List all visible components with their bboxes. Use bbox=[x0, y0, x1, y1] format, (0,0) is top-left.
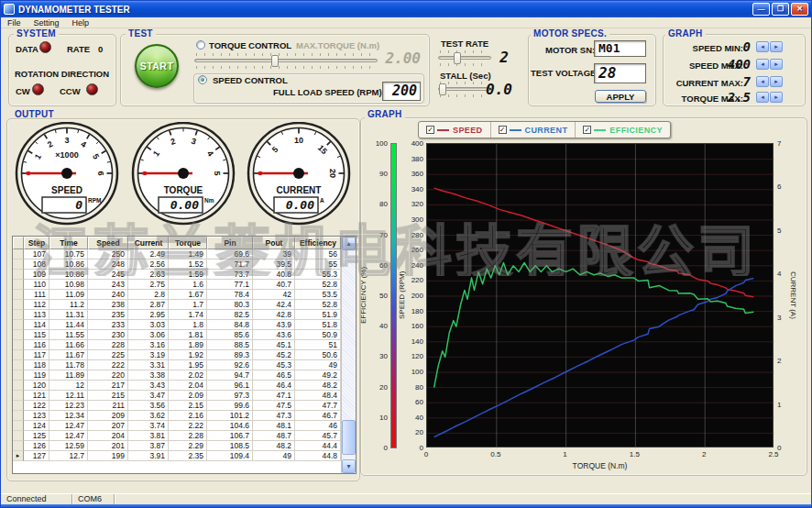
table-row[interactable]: 12112.112153.472.0997.347.148.4 bbox=[13, 391, 341, 401]
menu-setting[interactable]: Setting bbox=[27, 17, 66, 28]
spin-left-icon[interactable]: ◂ bbox=[756, 59, 769, 70]
menu-file[interactable]: File bbox=[1, 17, 27, 28]
row-selector[interactable] bbox=[13, 260, 24, 270]
axis-tick: 1 bbox=[555, 450, 576, 458]
table-cell: 109.4 bbox=[207, 451, 253, 461]
row-selector[interactable] bbox=[13, 411, 24, 421]
full-load-speed-field[interactable]: 200 bbox=[382, 82, 421, 101]
efficiency-checkbox[interactable]: ✓ bbox=[583, 126, 591, 134]
row-selector[interactable] bbox=[13, 431, 24, 441]
motor-sn-field[interactable]: M01 bbox=[594, 40, 646, 57]
row-selector[interactable] bbox=[13, 391, 24, 401]
scroll-down-icon[interactable]: ▼ bbox=[342, 459, 356, 473]
table-row[interactable]: 11211.22382.871.780.342.452.8 bbox=[13, 300, 341, 310]
close-button[interactable]: ✕ bbox=[791, 3, 808, 16]
row-selector[interactable] bbox=[13, 421, 24, 431]
speed-max-spinner[interactable]: ◂ ▸ bbox=[756, 59, 783, 70]
table-cell: 11.89 bbox=[49, 370, 88, 381]
start-button[interactable]: START bbox=[135, 44, 179, 88]
row-selector[interactable] bbox=[13, 300, 24, 310]
table-cell: 47.5 bbox=[253, 401, 295, 411]
table-row[interactable]: 11711.672253.191.9289.345.250.6 bbox=[13, 350, 341, 360]
title-bar[interactable]: DYNAMOMETER TESTER — ❐ ✕ bbox=[1, 1, 811, 17]
speed-min-spinner[interactable]: ◂ ▸ bbox=[756, 41, 783, 52]
table-row[interactable]: 11411.442333.031.884.843.951.8 bbox=[13, 320, 341, 330]
spin-left-icon[interactable]: ◂ bbox=[756, 76, 769, 87]
restore-button[interactable]: ❐ bbox=[772, 3, 789, 16]
row-selector[interactable] bbox=[13, 340, 24, 350]
scrollbar-thumb[interactable] bbox=[342, 420, 356, 455]
svg-text:6: 6 bbox=[96, 171, 105, 175]
table-row[interactable]: 11511.552303.061.8185.643.650.9 bbox=[13, 330, 341, 340]
table-cell: 40.7 bbox=[253, 280, 295, 290]
table-row[interactable]: 12312.342093.622.16101.247.346.7 bbox=[13, 411, 341, 421]
table-row[interactable]: 11311.312352.951.7482.542.851.9 bbox=[13, 310, 341, 320]
table-row[interactable]: ▸12712.71993.912.35109.44944.8 bbox=[13, 451, 341, 461]
scroll-up-icon[interactable]: ▲ bbox=[342, 237, 356, 250]
menu-help[interactable]: Help bbox=[66, 17, 96, 28]
minimize-button[interactable]: — bbox=[752, 3, 770, 16]
row-selector[interactable] bbox=[13, 401, 24, 411]
test-voltage-field[interactable]: 28 bbox=[594, 63, 646, 83]
table-row[interactable]: 10910.862452.631.5973.740.855.3 bbox=[13, 270, 341, 280]
row-selector[interactable] bbox=[13, 249, 24, 260]
apply-button[interactable]: APPLY bbox=[595, 90, 646, 103]
row-selector[interactable] bbox=[13, 441, 24, 451]
speed-checkbox[interactable]: ✓ bbox=[426, 126, 434, 134]
table-row[interactable]: 11811.782223.311.9592.645.349 bbox=[13, 360, 341, 370]
legend-item-speed: ✓ SPEED bbox=[419, 122, 491, 138]
table-row[interactable]: 11911.892203.382.0294.746.549.2 bbox=[13, 370, 341, 381]
row-selector[interactable] bbox=[13, 360, 24, 370]
row-selector[interactable] bbox=[13, 310, 24, 320]
spin-left-icon[interactable]: ◂ bbox=[756, 41, 769, 52]
row-selector[interactable] bbox=[13, 381, 24, 391]
table-row[interactable]: 12512.472043.812.28106.748.745.7 bbox=[13, 431, 341, 441]
spin-right-icon[interactable]: ▸ bbox=[770, 76, 783, 87]
column-header-pout[interactable]: Pout bbox=[253, 237, 295, 249]
table-row[interactable]: 12412.472073.742.22104.648.146 bbox=[13, 421, 341, 431]
current-checkbox[interactable]: ✓ bbox=[499, 126, 507, 134]
column-header-step[interactable]: Step bbox=[24, 237, 49, 249]
column-header-efficiency[interactable]: Efficiency bbox=[295, 237, 341, 249]
svg-text:10: 10 bbox=[294, 136, 303, 145]
torque-max-spinner[interactable]: ◂ ▸ bbox=[756, 92, 783, 103]
table-cell: 11.44 bbox=[49, 320, 88, 330]
table-row[interactable]: 12212.232113.562.1599.647.547.7 bbox=[13, 401, 341, 411]
row-selector[interactable] bbox=[13, 320, 24, 330]
column-header-speed[interactable]: Speed bbox=[88, 237, 128, 249]
column-header-pin[interactable]: Pin bbox=[207, 237, 253, 249]
axis-tick: 80 bbox=[367, 200, 388, 208]
table-cell: 43.9 bbox=[253, 320, 295, 330]
column-header-torque[interactable]: Torque bbox=[169, 237, 207, 249]
torque-control-radio[interactable] bbox=[196, 40, 205, 50]
table-row[interactable]: 120122173.432.0496.146.448.2 bbox=[13, 381, 341, 391]
table-row[interactable]: 11611.662283.161.8988.545.151 bbox=[13, 340, 341, 350]
row-selector[interactable] bbox=[13, 290, 24, 300]
column-header-time[interactable]: Time bbox=[49, 237, 88, 249]
current-max-spinner[interactable]: ◂ ▸ bbox=[756, 76, 783, 87]
table-row[interactable]: 10810.862482.561.5271.739.555 bbox=[13, 260, 341, 270]
row-selector[interactable] bbox=[13, 350, 24, 360]
spin-left-icon[interactable]: ◂ bbox=[756, 92, 769, 103]
spin-right-icon[interactable]: ▸ bbox=[770, 92, 783, 103]
table-scrollbar[interactable]: ▲ ▼ bbox=[341, 237, 356, 473]
table-row[interactable]: 11111.092402.81.6778.44253.5 bbox=[13, 290, 341, 300]
legend-item-efficiency: ✓ EFFICIENCY bbox=[576, 122, 670, 138]
spin-right-icon[interactable]: ▸ bbox=[770, 41, 783, 52]
row-selector[interactable]: ▸ bbox=[13, 451, 24, 461]
table-row[interactable]: 10710.752502.491.4969.63956 bbox=[13, 249, 341, 260]
spin-right-icon[interactable]: ▸ bbox=[770, 59, 783, 70]
table-row[interactable]: 12612.592013.872.29108.548.244.4 bbox=[13, 441, 341, 451]
speed-control-radio[interactable] bbox=[198, 75, 207, 84]
column-header-current[interactable]: Current bbox=[128, 237, 169, 249]
test-rate-slider[interactable] bbox=[438, 50, 491, 66]
row-selector[interactable] bbox=[13, 280, 24, 290]
table-cell: 108 bbox=[24, 260, 49, 270]
table-cell: 248 bbox=[88, 260, 128, 270]
row-selector[interactable] bbox=[13, 370, 24, 381]
row-selector[interactable] bbox=[13, 330, 24, 340]
table-row[interactable]: 11010.982432.751.677.140.752.8 bbox=[13, 280, 341, 290]
table-cell: 3.87 bbox=[128, 441, 169, 451]
max-torque-slider[interactable] bbox=[194, 53, 378, 69]
row-selector[interactable] bbox=[13, 270, 24, 280]
